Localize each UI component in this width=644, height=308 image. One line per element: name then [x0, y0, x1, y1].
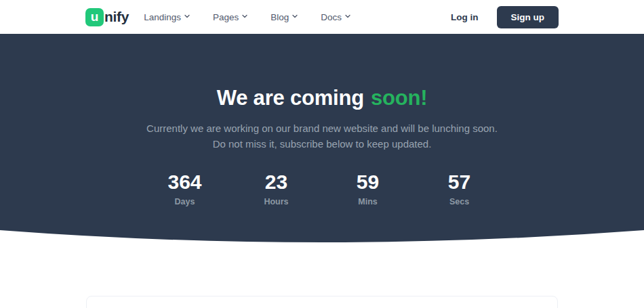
hero-subtitle: Currently we are working on our brand ne…: [144, 120, 500, 152]
page-title-main: We are coming: [217, 86, 364, 110]
countdown-value: 364: [139, 172, 230, 192]
brand-logo-letter: u: [91, 10, 99, 23]
countdown-label: Hours: [230, 197, 322, 206]
nav-item-blog[interactable]: Blog: [270, 12, 298, 22]
login-link[interactable]: Log in: [451, 12, 479, 22]
top-navbar: u nify Landings Pages Blog: [0, 0, 644, 34]
nav-item-label: Pages: [213, 12, 239, 22]
nav-item-label: Blog: [270, 12, 289, 22]
countdown-label: Days: [139, 197, 230, 206]
chevron-down-icon: [345, 14, 350, 19]
countdown-days: 364 Days: [139, 172, 230, 206]
main-nav: Landings Pages Blog Docs: [144, 12, 350, 22]
brand-logo-icon: u: [85, 8, 104, 26]
countdown-hours: 23 Hours: [230, 172, 322, 206]
hero-curve-divider: [0, 230, 644, 242]
countdown: 364 Days 23 Hours 59 Mins 57 Secs: [0, 172, 644, 206]
nav-item-docs[interactable]: Docs: [321, 12, 350, 22]
chevron-down-icon: [292, 14, 298, 19]
countdown-value: 59: [322, 172, 414, 192]
countdown-label: Secs: [414, 197, 505, 206]
navbar-actions: Log in Sign up: [451, 6, 559, 28]
signup-button[interactable]: Sign up: [497, 6, 559, 28]
chevron-down-icon: [184, 14, 190, 19]
chevron-down-icon: [242, 14, 247, 19]
countdown-value: 23: [230, 172, 322, 192]
nav-item-pages[interactable]: Pages: [213, 12, 247, 22]
page-title-accent: soon!: [371, 86, 427, 110]
countdown-secs: 57 Secs: [414, 172, 505, 206]
countdown-label: Mins: [322, 197, 414, 206]
subscribe-card: [86, 296, 558, 308]
countdown-mins: 59 Mins: [322, 172, 414, 206]
nav-item-landings[interactable]: Landings: [144, 12, 190, 22]
nav-item-label: Docs: [321, 12, 342, 22]
brand-logo[interactable]: u nify: [85, 8, 129, 26]
coming-soon-hero: We are comingsoon! Currently we are work…: [0, 34, 644, 230]
countdown-value: 57: [414, 172, 505, 192]
nav-item-label: Landings: [144, 12, 181, 22]
page-title: We are comingsoon!: [0, 86, 644, 110]
navbar-container: u nify Landings Pages Blog: [85, 6, 559, 28]
brand-logo-text: nify: [104, 9, 129, 25]
